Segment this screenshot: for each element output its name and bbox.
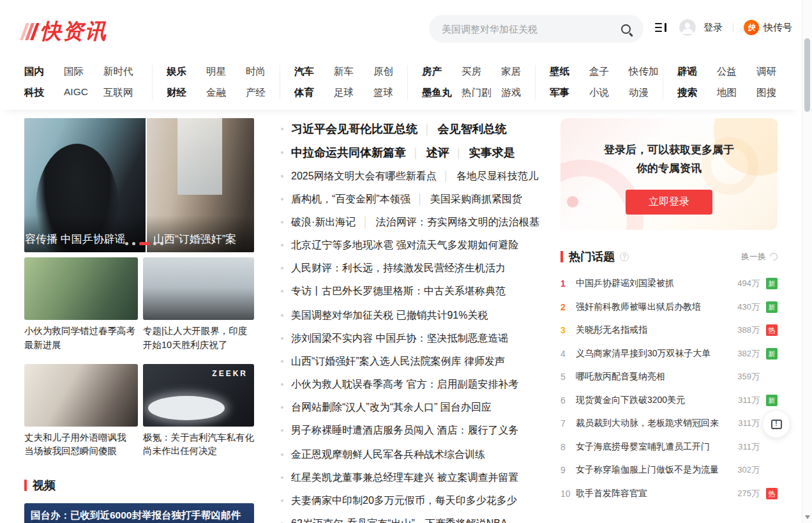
- nav-group-rumor: 辟谣 公益 调研 搜索 地图 图搜: [663, 65, 790, 100]
- nav-item[interactable]: 财经: [167, 86, 200, 100]
- scrollbar-track[interactable]: [802, 0, 812, 523]
- headline[interactable]: 中拉命运共同体新篇章│述评│实事求是: [281, 145, 549, 161]
- headline[interactable]: 专访丨古巴外长罗德里格斯：中古关系堪称典范: [281, 284, 549, 299]
- nav-item[interactable]: 图搜: [756, 86, 790, 100]
- hot-topic-row[interactable]: 6 现货黄金向下跌破3200美元 311万 新: [560, 389, 778, 413]
- nav-item[interactable]: 房产: [422, 65, 455, 79]
- topic-title: 歌手首发阵容官宣: [576, 488, 729, 499]
- nav-group-wallpaper: 壁纸 盒子 快传加 军事 小说 动漫: [535, 65, 663, 100]
- hot-topic-row[interactable]: 5 哪吒敖丙配音戛纳亮相 359万: [560, 365, 778, 389]
- nav-item[interactable]: 盒子: [589, 65, 622, 79]
- search-bar[interactable]: [429, 15, 643, 43]
- nav-item[interactable]: 新时代: [103, 65, 152, 79]
- video-thumbnail[interactable]: 国台办：已收到近6000封举报台独打手帮凶邮件 国务院台湾事务办公室: [24, 503, 254, 523]
- avatar[interactable]: [679, 19, 696, 36]
- nav-item[interactable]: 互联网: [103, 86, 152, 100]
- carousel-dot[interactable]: [125, 242, 128, 245]
- headline[interactable]: 涉刘国梁不实内容 中国乒协：坚决抵制恶意造谣: [281, 331, 549, 346]
- login-link[interactable]: 登录: [703, 22, 723, 34]
- headline[interactable]: 金正恩观摩朝鲜人民军各兵种战术综合训练: [281, 447, 549, 462]
- nav-item[interactable]: 军事: [550, 86, 583, 100]
- headline[interactable]: 北京辽宁等多地现冰雹 强对流天气多发期如何避险: [281, 238, 549, 253]
- headline[interactable]: 人民财评：利长远，持续激发民营经济生机活力: [281, 261, 549, 276]
- headline[interactable]: 夫妻俩家中印制20多万元假币，每天印多少花多少: [281, 493, 549, 508]
- hot-topic-row[interactable]: 3 关晓彤无名指戒指 388万 热: [560, 319, 778, 342]
- login-now-button[interactable]: 立即登录: [626, 190, 712, 215]
- headline[interactable]: 山西“订婚强奸”案入选人民法院案例库 律师发声: [281, 354, 549, 369]
- nav-item[interactable]: 辟谣: [677, 65, 710, 79]
- search-icon[interactable]: [621, 24, 631, 34]
- nav-item[interactable]: 原创: [373, 65, 407, 79]
- hot-topic-row[interactable]: 2 强奸前科教师被曝出狱后办教培 430万 新: [560, 296, 778, 319]
- feedback-button[interactable]: [762, 410, 790, 438]
- nav-item[interactable]: 买房: [462, 65, 495, 79]
- scrollbar-down-arrow-icon[interactable]: [805, 515, 810, 519]
- nav-item[interactable]: 地图: [717, 86, 750, 100]
- nav-item[interactable]: 公益: [717, 65, 750, 79]
- hot-topic-row[interactable]: 4 义乌商家清早接到30万双袜子大单 382万 新: [560, 342, 778, 366]
- nav-item[interactable]: 汽车: [294, 65, 327, 79]
- carousel-slide-1[interactable]: 容传播 中国乒协辟谣: [24, 118, 146, 252]
- carousel-dot[interactable]: [153, 242, 156, 245]
- carousel-slide-2[interactable]: 山西“订婚强奸”案: [147, 118, 254, 252]
- nav-item[interactable]: 墨鱼丸: [422, 86, 455, 100]
- nav-item[interactable]: 小说: [589, 86, 622, 100]
- feed-list-icon[interactable]: [655, 23, 666, 33]
- search-input[interactable]: [442, 24, 621, 34]
- nav-item[interactable]: 热门剧: [462, 86, 495, 100]
- carousel-dot[interactable]: [132, 242, 135, 245]
- news-card[interactable]: 丈夫和儿子用外语嘲讽我 当场被我回怼瞬间傻眼: [24, 364, 138, 459]
- nav-item[interactable]: 篮球: [373, 86, 407, 100]
- headline[interactable]: 2025网络文明大会有哪些新看点│各地尽显科技范儿: [281, 169, 549, 184]
- headline[interactable]: 小伙为救人耽误春季高考 官方：启用副题安排补考: [281, 377, 549, 392]
- site-logo[interactable]: 快资讯: [23, 17, 107, 46]
- headline[interactable]: 男子称裸睡时遭酒店服务员闯入 酒店：履行了义务: [281, 423, 549, 438]
- nav-item[interactable]: 动漫: [629, 86, 663, 100]
- nav-item[interactable]: 体育: [294, 86, 327, 100]
- headline[interactable]: 盾构机，“百变金刚”本领强│美国采购商抓紧囤货: [281, 192, 549, 207]
- news-card[interactable]: 专题|让人大开眼界，印度开始10天胜利庆祝了: [143, 257, 254, 352]
- nav-item[interactable]: 产经: [246, 86, 280, 100]
- news-card-image: ZEEKR: [143, 364, 254, 427]
- news-card[interactable]: ZEEKR 极氪：关于吉利汽车私有化尚未作出任何决定: [143, 364, 254, 459]
- carousel-dot[interactable]: [160, 242, 163, 245]
- hot-topic-row[interactable]: 1 中国乒协辟谣刘国梁被抓 494万 新: [560, 272, 778, 296]
- headline[interactable]: 62岁迈克尔·乔丹宣布“出山”，下赛季将解说NBA: [281, 516, 549, 523]
- hot-topic-row[interactable]: 9 女子称穿瑜伽服上门做饭不是为流量 302万: [560, 459, 778, 482]
- rank: 1: [560, 278, 576, 289]
- scrollbar-thumb[interactable]: [804, 38, 810, 112]
- carousel-dot-active[interactable]: [139, 242, 149, 245]
- headline[interactable]: 台网站删除“汉人”改为“其余人口” 国台办回应: [281, 400, 549, 415]
- nav-item[interactable]: 娱乐: [167, 65, 200, 79]
- headline[interactable]: 习近平会见哥伦比亚总统│会见智利总统: [281, 121, 549, 137]
- nav-item[interactable]: 壁纸: [550, 65, 583, 79]
- nav-item[interactable]: 游戏: [501, 86, 535, 100]
- nav-item[interactable]: 明星: [206, 65, 239, 79]
- creator-center-link[interactable]: 快 快传号: [744, 20, 792, 35]
- user-avatar-icon: [679, 19, 696, 36]
- nav-item[interactable]: 快传加: [629, 65, 663, 79]
- nav-item[interactable]: 新车: [334, 65, 367, 79]
- nav-item[interactable]: 足球: [334, 86, 367, 100]
- nav-item[interactable]: 调研: [756, 65, 790, 79]
- nav-item[interactable]: 科技: [24, 86, 57, 100]
- headline[interactable]: 破浪·新出海记│法治网评：夯实网络文明的法治根基: [281, 215, 549, 230]
- news-card[interactable]: 小伙为救同学错过春季高考 最新进展: [24, 257, 138, 352]
- right-column: 登录后，可以获取更多属于 你的专属资讯 立即登录 热门话题 换一换 1 中国乒协…: [560, 118, 778, 523]
- nav-item[interactable]: AIGC: [64, 86, 97, 100]
- help-icon[interactable]: [620, 252, 629, 261]
- refresh-topics-button[interactable]: 换一换: [741, 251, 778, 262]
- nav-item[interactable]: 金融: [206, 86, 239, 100]
- nav-item[interactable]: 国际: [64, 65, 97, 79]
- nav-item[interactable]: 时尚: [246, 65, 280, 79]
- headline[interactable]: 红星美凯龙董事兼总经理车建兴 被立案调查并留置: [281, 470, 549, 485]
- refresh-label: 换一换: [741, 251, 766, 262]
- nav-item[interactable]: 搜索: [677, 86, 710, 100]
- headline[interactable]: 美国调整对华加征关税 已撤销共计91%关税: [281, 308, 549, 323]
- hot-topic-row[interactable]: 10 歌手首发阵容官宣 275万 热: [560, 482, 778, 506]
- nav-item[interactable]: 国内: [24, 65, 57, 79]
- nav-item[interactable]: 家居: [501, 65, 535, 79]
- hot-topic-row[interactable]: 7 裁员裁到大动脉，老板跪求销冠回来 311万: [560, 412, 778, 436]
- feedback-icon: [771, 420, 782, 429]
- hot-topic-row[interactable]: 8 女子海底捞母婴室哺乳遭员工开门 311万: [560, 436, 778, 459]
